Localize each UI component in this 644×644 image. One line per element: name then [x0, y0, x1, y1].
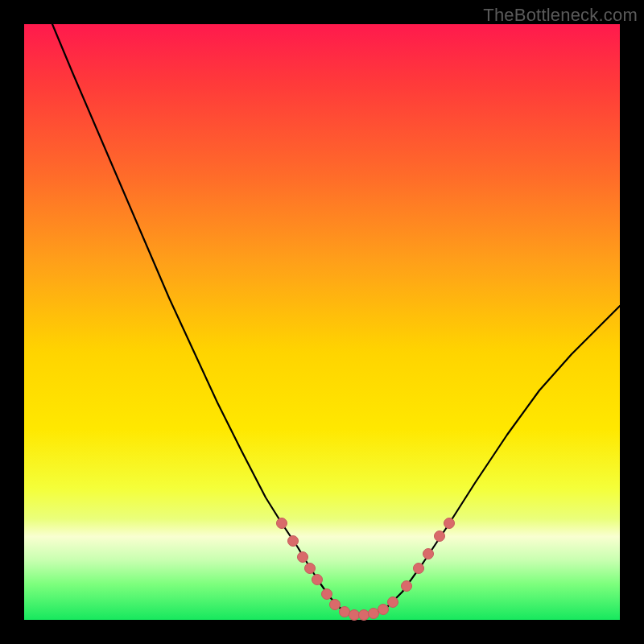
- curve-marker: [288, 536, 299, 547]
- curve-marker: [322, 589, 332, 600]
- curve-marker: [414, 564, 424, 574]
- curve-marker: [349, 610, 360, 621]
- curve-marker: [298, 552, 308, 563]
- curve-marker: [312, 575, 323, 585]
- curve-marker: [330, 600, 341, 610]
- curve-marker: [388, 597, 398, 608]
- chart-svg-layer: [24, 24, 620, 620]
- curve-marker: [369, 609, 379, 619]
- curve-marker: [277, 518, 287, 529]
- curve-marker: [305, 564, 316, 574]
- curve-marker: [423, 549, 434, 559]
- curve-marker: [359, 610, 369, 621]
- bottleneck-curve: [52, 24, 620, 615]
- curve-marker: [340, 607, 350, 617]
- curve-marker: [378, 605, 389, 615]
- watermark-text: TheBottleneck.com: [483, 5, 638, 26]
- curve-marker: [402, 581, 412, 592]
- marker-group: [277, 518, 455, 621]
- curve-marker: [435, 531, 445, 542]
- curve-marker: [444, 518, 455, 529]
